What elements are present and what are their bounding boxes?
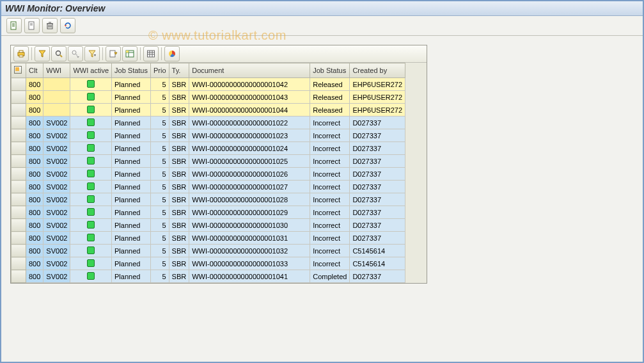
cell-document: WWI-00000000000000001030 bbox=[189, 219, 310, 232]
cell-jobstatus2: Incorrect bbox=[310, 129, 350, 142]
svg-line-21 bbox=[76, 54, 78, 56]
cell-active bbox=[70, 245, 112, 257]
table-row[interactable]: 800SV002Planned5SBRWWI-00000000000000001… bbox=[12, 219, 405, 232]
alv-layout-button[interactable] bbox=[143, 46, 159, 61]
status-active-icon bbox=[87, 234, 95, 241]
chart-icon bbox=[168, 49, 177, 58]
find-icon bbox=[54, 49, 63, 58]
cell-wwi: SV002 bbox=[43, 168, 70, 181]
row-selector[interactable] bbox=[12, 206, 26, 219]
col-wwi[interactable]: WWI bbox=[43, 63, 70, 78]
status-active-icon bbox=[87, 170, 95, 177]
cell-active bbox=[70, 181, 112, 193]
cell-createdby: D027337 bbox=[350, 129, 405, 142]
cell-prio: 5 bbox=[151, 155, 169, 168]
cell-jobstatus1: Planned bbox=[112, 168, 151, 181]
row-selector[interactable] bbox=[12, 232, 26, 245]
row-selector[interactable] bbox=[12, 91, 26, 104]
table-row[interactable]: 800SV002Planned5SBRWWI-00000000000000001… bbox=[12, 181, 405, 193]
table-row[interactable]: 800SV002Planned5SBRWWI-00000000000000001… bbox=[12, 232, 405, 245]
document-icon bbox=[10, 21, 19, 30]
table-row[interactable]: 800Planned5SBRWWI-00000000000000001044Re… bbox=[12, 104, 405, 117]
cell-document: WWI-00000000000000001042 bbox=[189, 78, 310, 91]
alv-set-filter-button[interactable] bbox=[84, 46, 100, 61]
col-clt[interactable]: Clt bbox=[26, 63, 43, 78]
table-row[interactable]: 800SV002Planned5SBRWWI-00000000000000001… bbox=[12, 155, 405, 168]
status-active-icon bbox=[87, 157, 95, 165]
table-row[interactable]: 800SV002Planned5SBRWWI-00000000000000001… bbox=[12, 117, 405, 129]
row-selector[interactable] bbox=[12, 181, 26, 193]
cell-jobstatus1: Planned bbox=[112, 193, 151, 206]
cell-clt: 800 bbox=[26, 78, 43, 91]
alv-find-button[interactable] bbox=[51, 46, 67, 61]
col-ty[interactable]: Ty. bbox=[169, 63, 189, 78]
toolbar-delete-button[interactable] bbox=[42, 18, 58, 33]
svg-rect-15 bbox=[19, 51, 23, 52]
row-selector[interactable] bbox=[12, 219, 26, 232]
row-selector[interactable] bbox=[12, 245, 26, 257]
table-row[interactable]: 800SV002Planned5SBRWWI-00000000000000001… bbox=[12, 257, 405, 270]
col-prio[interactable]: Prio bbox=[151, 63, 169, 78]
toolbar-separator bbox=[140, 47, 141, 60]
cell-prio: 5 bbox=[151, 181, 169, 193]
table-row[interactable]: 800SV002Planned5SBRWWI-00000000000000001… bbox=[12, 270, 405, 283]
cell-jobstatus2: Incorrect bbox=[310, 206, 350, 219]
cell-active bbox=[70, 78, 112, 91]
cell-jobstatus2: Incorrect bbox=[310, 155, 350, 168]
table-row[interactable]: 800SV002Planned5SBRWWI-00000000000000001… bbox=[12, 129, 405, 142]
window-title: WWI Monitor: Overview bbox=[5, 3, 105, 13]
row-selector[interactable] bbox=[12, 155, 26, 168]
row-selector[interactable] bbox=[12, 78, 26, 91]
alv-grid-container: Clt WWI WWI active Job Status Prio Ty. D… bbox=[10, 45, 427, 284]
row-selector[interactable] bbox=[12, 117, 26, 129]
svg-rect-30 bbox=[126, 51, 129, 52]
toolbar-separator bbox=[102, 47, 103, 60]
table-row[interactable]: 800SV002Planned5SBRWWI-00000000000000001… bbox=[12, 168, 405, 181]
alv-filter-button[interactable] bbox=[35, 46, 50, 61]
table-row[interactable]: 800SV002Planned5SBRWWI-00000000000000001… bbox=[12, 193, 405, 206]
cell-clt: 800 bbox=[26, 245, 43, 257]
row-selector[interactable] bbox=[12, 193, 26, 206]
display-icon bbox=[27, 21, 36, 30]
table-row[interactable]: 800SV002Planned5SBRWWI-00000000000000001… bbox=[12, 142, 405, 155]
alv-export-button[interactable] bbox=[106, 46, 121, 61]
col-jobstatus2[interactable]: Job Status bbox=[310, 63, 350, 78]
col-createdby[interactable]: Created by bbox=[350, 63, 405, 78]
alv-spreadsheet-button[interactable] bbox=[122, 46, 137, 61]
cell-jobstatus2: Incorrect bbox=[310, 245, 350, 257]
table-row[interactable]: 800SV002Planned5SBRWWI-00000000000000001… bbox=[12, 206, 405, 219]
row-selector[interactable] bbox=[12, 129, 26, 142]
cell-createdby: C5145614 bbox=[350, 245, 405, 257]
cell-wwi: SV002 bbox=[43, 129, 70, 142]
table-row[interactable]: 800SV002Planned5SBRWWI-00000000000000001… bbox=[12, 245, 405, 257]
cell-clt: 800 bbox=[26, 91, 43, 104]
titlebar: WWI Monitor: Overview bbox=[1, 1, 643, 16]
row-selector[interactable] bbox=[12, 168, 26, 181]
cell-document: WWI-00000000000000001027 bbox=[189, 181, 310, 193]
row-selector[interactable] bbox=[12, 270, 26, 283]
app-toolbar bbox=[1, 16, 643, 36]
row-selector[interactable] bbox=[12, 104, 26, 117]
row-selector[interactable] bbox=[12, 257, 26, 270]
cell-clt: 800 bbox=[26, 219, 43, 232]
app-window: WWI Monitor: Overview © www.tutorialkart… bbox=[0, 0, 644, 363]
col-jobstatus1[interactable]: Job Status bbox=[112, 63, 151, 78]
cell-ty: SBR bbox=[169, 181, 189, 193]
toolbar-display-button[interactable] bbox=[24, 18, 40, 33]
alv-find-next-button[interactable] bbox=[68, 46, 83, 61]
cell-active bbox=[70, 142, 112, 155]
alv-grid[interactable]: Clt WWI WWI active Job Status Prio Ty. D… bbox=[11, 63, 405, 283]
alv-print-button[interactable] bbox=[13, 46, 29, 61]
col-active[interactable]: WWI active bbox=[70, 63, 112, 78]
row-selector[interactable] bbox=[12, 142, 26, 155]
cell-createdby: D027337 bbox=[350, 193, 405, 206]
toolbar-refresh-button[interactable] bbox=[60, 18, 75, 33]
table-row[interactable]: 800Planned5SBRWWI-00000000000000001043Re… bbox=[12, 91, 405, 104]
status-active-icon bbox=[87, 80, 95, 88]
toolbar-document-button[interactable] bbox=[6, 18, 22, 33]
select-all-header[interactable] bbox=[12, 63, 26, 78]
alv-chart-button[interactable] bbox=[164, 46, 180, 61]
table-row[interactable]: 800Planned5SBRWWI-00000000000000001042Re… bbox=[12, 78, 405, 91]
status-active-icon bbox=[87, 208, 95, 216]
col-document[interactable]: Document bbox=[189, 63, 310, 78]
